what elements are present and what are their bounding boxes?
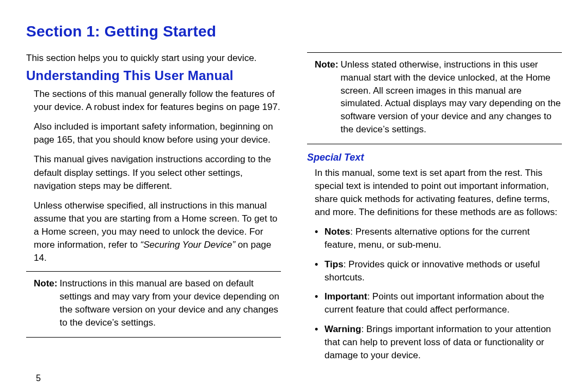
subsection-title: Understanding This User Manual [26,68,281,83]
paragraph: This manual gives navigation instruction… [34,153,281,192]
def-text: : Provides quick or innovative methods o… [324,259,540,283]
paragraph: The sections of this manual generally fo… [34,88,281,114]
note-label: Note: [315,58,338,136]
def-text: : Presents alternative options for the c… [324,226,530,250]
note-block: Note: Unless stated otherwise, instructi… [307,52,562,144]
list-item: Important: Points out important informat… [315,290,562,316]
note-text: Unless stated otherwise, instructions in… [340,58,562,136]
def-label: Warning [324,324,361,334]
section-title: Section 1: Getting Started [26,23,562,40]
list-item: Warning: Brings important information to… [315,323,562,362]
subsubsection-title: Special Text [307,152,562,163]
paragraph: Unless otherwise specified, all instruct… [34,199,281,265]
paragraph: In this manual, some text is set apart f… [315,167,562,219]
list-item: Tips: Provides quick or innovative metho… [315,258,562,284]
def-label: Important [324,291,367,302]
page-number: 5 [36,373,41,383]
def-label: Notes [324,226,350,237]
list-item: Notes: Presents alternative options for … [315,225,562,252]
right-column: Note: Unless stated otherwise, instructi… [307,52,562,368]
note-label: Note: [34,277,57,329]
paragraph: Also included is important safety inform… [34,120,281,146]
intro-text: This section helps you to quickly start … [26,52,281,65]
note-text: Instructions in this manual are based on… [59,277,281,329]
note-block: Note: Instructions in this manual are ba… [26,271,281,337]
reference-italic: “Securing Your Device” [140,240,236,250]
left-column: This section helps you to quickly start … [26,52,281,368]
definition-list: Notes: Presents alternative options for … [315,225,562,362]
two-column-layout: This section helps you to quickly start … [26,52,562,368]
def-label: Tips [324,259,344,270]
